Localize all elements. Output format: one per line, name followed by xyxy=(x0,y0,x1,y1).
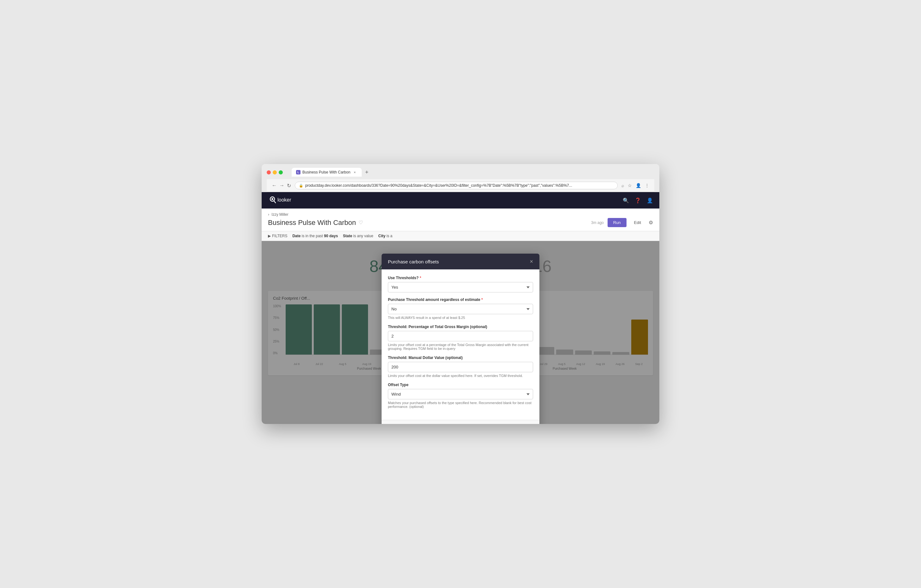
purchase-threshold-group: Purchase Threshold amount regardless of … xyxy=(388,297,533,320)
browser-tab-active[interactable]: L Business Pulse With Carbon × xyxy=(292,168,362,177)
svg-line-2 xyxy=(274,201,275,203)
modal-body: Use Thresholds? * Yes No Purchase T xyxy=(382,270,539,420)
edit-button[interactable]: Edit xyxy=(630,218,645,227)
back-button[interactable]: ← xyxy=(272,183,277,188)
use-thresholds-select[interactable]: Yes No xyxy=(388,282,533,292)
threshold-tgm-group: Threshold: Percentage of Total Gross Mar… xyxy=(388,325,533,351)
header-search-icon[interactable]: 🔍 xyxy=(623,198,629,203)
purchase-carbon-offsets-modal: Purchase carbon offsets × Use Thresholds… xyxy=(382,253,539,424)
browser-window: L Business Pulse With Carbon × + ← → ↻ 🔒… xyxy=(262,164,659,424)
threshold-manual-input[interactable] xyxy=(388,362,533,372)
offset-type-select[interactable]: Wind Solar Hydro Biomass xyxy=(388,389,533,400)
modal-close-button[interactable]: × xyxy=(530,259,533,264)
header-help-icon[interactable]: ❓ xyxy=(635,198,641,203)
search-icon[interactable]: ⌕ xyxy=(622,183,624,188)
browser-address-bar: ← → ↻ 🔒 productday.dev.looker.com/dashbo… xyxy=(267,179,654,192)
bookmark-icon[interactable]: ☆ xyxy=(628,183,632,188)
modal-header: Purchase carbon offsets × xyxy=(382,253,539,270)
filters-toggle-button[interactable]: ▶ FILTERS xyxy=(268,234,287,238)
threshold-manual-label: Threshold: Manual Dollar Value (optional… xyxy=(388,356,533,360)
dashboard-title: Business Pulse With Carbon ♡ xyxy=(268,219,363,227)
filter-state: State is any value xyxy=(343,234,373,238)
browser-controls: L Business Pulse With Carbon × + xyxy=(267,168,654,177)
menu-icon[interactable]: ⋮ xyxy=(645,183,649,188)
threshold-tgm-help: Limits your offset cost at a percentage … xyxy=(388,343,533,351)
breadcrumb: › Izzy Miller xyxy=(268,212,653,217)
filters-label: FILTERS xyxy=(272,234,287,238)
threshold-tgm-input[interactable] xyxy=(388,331,533,341)
header-account-icon[interactable]: 👤 xyxy=(647,198,653,203)
browser-tab-bar: L Business Pulse With Carbon × + xyxy=(292,168,371,177)
security-lock-icon: 🔒 xyxy=(299,184,303,188)
threshold-tgm-label: Threshold: Percentage of Total Gross Mar… xyxy=(388,325,533,329)
dashboard-header: › Izzy Miller Business Pulse With Carbon… xyxy=(262,208,659,231)
breadcrumb-arrow-icon: › xyxy=(268,212,269,217)
svg-text:looker: looker xyxy=(277,197,291,203)
filter-city: City is a xyxy=(378,234,393,238)
modal-overlay[interactable]: Purchase carbon offsets × Use Thresholds… xyxy=(262,241,659,424)
threshold-manual-group: Threshold: Manual Dollar Value (optional… xyxy=(388,356,533,378)
filters-bar: ▶ FILTERS Date is in the past 90 days St… xyxy=(262,231,659,241)
offset-type-group: Offset Type Wind Solar Hydro Biomass Mat… xyxy=(388,383,533,409)
offset-type-label: Offset Type xyxy=(388,383,533,387)
settings-gear-icon[interactable]: ⚙ xyxy=(649,219,653,226)
filter-expand-icon: ▶ xyxy=(268,234,271,238)
threshold-manual-help: Limits your offset cost at the dollar va… xyxy=(388,374,533,378)
tab-close-button[interactable]: × xyxy=(352,170,357,175)
tab-favicon-icon: L xyxy=(296,170,301,174)
traffic-lights xyxy=(267,171,283,174)
dashboard-title-row: Business Pulse With Carbon ♡ 3m ago Run … xyxy=(268,218,653,227)
app-header: looker 🔍 ❓ 👤 xyxy=(262,192,659,208)
looker-app: looker 🔍 ❓ 👤 › Izzy Miller Business Puls… xyxy=(262,192,659,424)
modal-title: Purchase carbon offsets xyxy=(388,259,439,264)
close-window-button[interactable] xyxy=(267,171,271,174)
forward-button[interactable]: → xyxy=(279,183,285,188)
run-button[interactable]: Run xyxy=(608,218,626,227)
maximize-window-button[interactable] xyxy=(279,171,283,174)
purchase-threshold-label: Purchase Threshold amount regardless of … xyxy=(388,297,533,302)
filter-date: Date is in the past 90 days xyxy=(292,234,338,238)
required-star-2-icon: * xyxy=(481,297,483,302)
svg-point-1 xyxy=(272,198,273,200)
page-title: Business Pulse With Carbon xyxy=(268,219,356,227)
breadcrumb-user: Izzy Miller xyxy=(272,212,288,217)
minimize-window-button[interactable] xyxy=(273,171,277,174)
address-bar-input[interactable]: 🔒 productday.dev.looker.com/dashboards/3… xyxy=(295,182,618,189)
browser-chrome: L Business Pulse With Carbon × + ← → ↻ 🔒… xyxy=(262,164,659,192)
use-thresholds-group: Use Thresholds? * Yes No xyxy=(388,276,533,292)
address-actions: ⌕ ☆ 👤 ⋮ xyxy=(622,183,649,188)
new-tab-button[interactable]: + xyxy=(362,168,371,177)
required-star-icon: * xyxy=(420,276,421,280)
looker-logo[interactable]: looker xyxy=(268,196,293,205)
nav-buttons: ← → ↻ xyxy=(272,183,291,188)
modal-footer: Submit xyxy=(382,420,539,424)
header-right-icons: 🔍 ❓ 👤 xyxy=(623,198,653,203)
use-thresholds-label: Use Thresholds? * xyxy=(388,276,533,280)
favorite-heart-icon[interactable]: ♡ xyxy=(358,219,363,226)
purchase-threshold-help: This will ALWAYS result in a spend of at… xyxy=(388,316,533,320)
account-avatar-icon[interactable]: 👤 xyxy=(636,183,641,188)
tab-title: Business Pulse With Carbon xyxy=(303,170,350,174)
offset-type-help: Matches your purchased offsets to the ty… xyxy=(388,401,533,409)
purchase-threshold-select[interactable]: No Yes xyxy=(388,304,533,314)
refresh-button[interactable]: ↻ xyxy=(287,183,291,188)
url-text: productday.dev.looker.com/dashboards/336… xyxy=(305,183,572,188)
time-ago-label: 3m ago xyxy=(591,221,604,225)
dashboard-actions: 3m ago Run Edit ⚙ xyxy=(591,218,653,227)
dashboard-body: 84,912.3... kg Co₂ emitted... ...449,416… xyxy=(262,241,659,424)
